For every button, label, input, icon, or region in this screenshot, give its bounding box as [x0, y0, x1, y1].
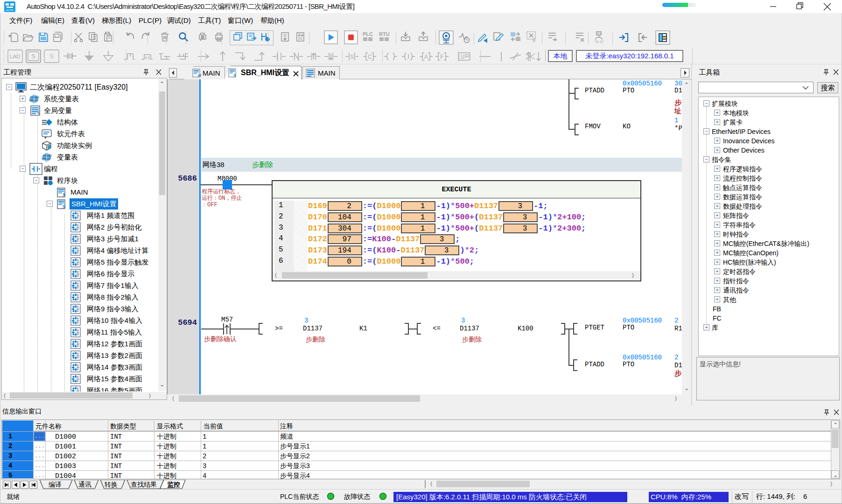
svg-text:S: S	[63, 204, 65, 209]
svg-text:M: M	[197, 73, 202, 78]
svg-text:A: A	[424, 54, 428, 60]
svg-text:RTU: RTU	[379, 31, 390, 37]
svg-text:C: C	[368, 54, 372, 60]
svg-text:M: M	[62, 192, 65, 197]
svg-text:TE ST: TE ST	[595, 40, 604, 43]
svg-text:PLC: PLC	[363, 31, 373, 37]
svg-text:LAD: LAD	[10, 54, 20, 59]
svg-text:F: F	[440, 54, 443, 60]
svg-text:S: S	[31, 53, 35, 60]
svg-text:S: S	[350, 54, 354, 60]
svg-text:S: S	[233, 73, 236, 78]
svg-text:S: S	[49, 53, 54, 60]
svg-text:AUTO: AUTO	[6, 9, 14, 12]
